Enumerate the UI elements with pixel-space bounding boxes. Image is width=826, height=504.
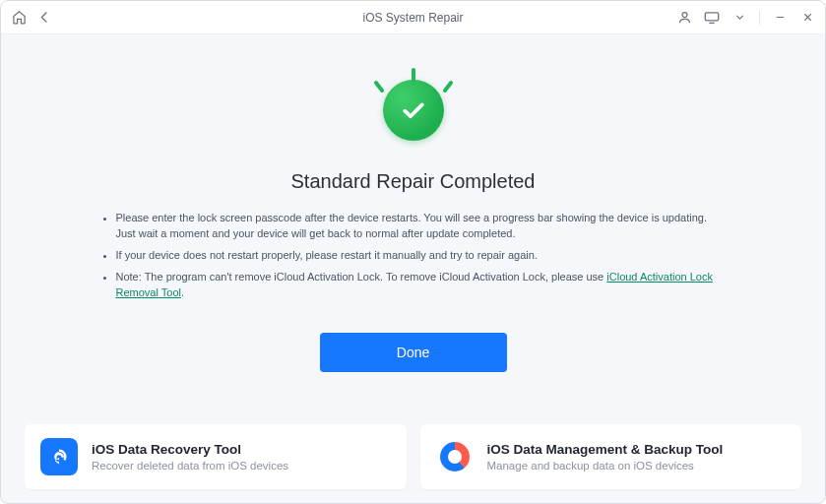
back-arrow-icon[interactable] xyxy=(36,10,52,26)
user-icon[interactable] xyxy=(676,10,692,26)
main-content: Standard Repair Completed Please enter t… xyxy=(1,34,825,503)
note-item: If your device does not restart properly… xyxy=(116,248,729,264)
feedback-icon[interactable] xyxy=(704,10,720,26)
chevron-down-icon[interactable] xyxy=(731,10,747,26)
card-data-backup[interactable]: iOS Data Management & Backup Tool Manage… xyxy=(420,424,802,489)
titlebar: iOS System Repair xyxy=(1,1,825,34)
donut-chart-icon xyxy=(436,438,474,475)
minimize-icon[interactable] xyxy=(772,10,788,26)
close-icon[interactable] xyxy=(799,10,815,26)
card-text: iOS Data Management & Backup Tool Manage… xyxy=(487,442,724,472)
recovery-icon xyxy=(40,438,78,475)
note-item: Note: The program can't remove iCloud Ac… xyxy=(116,270,729,301)
page-title: Standard Repair Completed xyxy=(291,170,536,193)
checkmark-icon xyxy=(383,80,444,141)
card-subtitle: Recover deleted data from iOS devices xyxy=(92,460,288,472)
home-icon[interactable] xyxy=(11,10,27,26)
ray-icon xyxy=(373,80,385,93)
svg-point-0 xyxy=(682,13,687,18)
ray-icon xyxy=(442,80,454,93)
notes-list: Please enter the lock screen passcode af… xyxy=(98,211,729,307)
note-text: . xyxy=(181,286,184,298)
card-data-recovery[interactable]: iOS Data Recovery Tool Recover deleted d… xyxy=(25,424,407,489)
titlebar-right xyxy=(676,10,815,26)
titlebar-left xyxy=(11,10,52,26)
card-text: iOS Data Recovery Tool Recover deleted d… xyxy=(92,442,288,472)
ray-icon xyxy=(412,68,415,82)
note-text: Note: The program can't remove iCloud Ac… xyxy=(116,271,607,283)
done-button[interactable]: Done xyxy=(320,333,507,372)
app-window: iOS System Repair xyxy=(0,0,826,504)
card-title: iOS Data Management & Backup Tool xyxy=(487,442,724,457)
card-title: iOS Data Recovery Tool xyxy=(92,442,288,457)
note-item: Please enter the lock screen passcode af… xyxy=(116,211,729,242)
promo-cards: iOS Data Recovery Tool Recover deleted d… xyxy=(25,407,801,489)
titlebar-separator xyxy=(759,11,760,25)
card-subtitle: Manage and backup data on iOS devices xyxy=(487,460,724,472)
svg-rect-1 xyxy=(705,13,718,21)
success-graphic xyxy=(371,68,456,153)
